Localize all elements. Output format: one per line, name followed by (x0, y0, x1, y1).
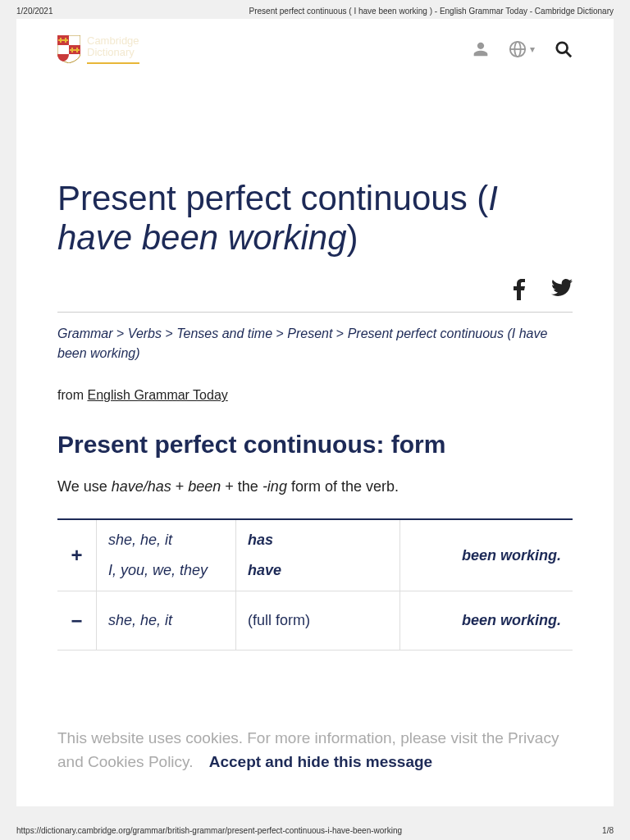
breadcrumb-item[interactable]: Tenses and time (176, 326, 272, 340)
grammar-table: + she, he, it I, you, we, they has have … (57, 518, 573, 651)
table-row: − she, he, it (full form) been working. (57, 591, 573, 651)
cookie-banner: This website uses cookies. For more info… (57, 727, 573, 774)
print-footer: https://dictionary.cambridge.org/grammar… (16, 826, 614, 835)
print-header: 1/20/2021 Present perfect continuous ( I… (0, 0, 630, 19)
logo-text: Cambridge Dictionary (87, 35, 139, 64)
pronouns-cell: she, he, it (97, 591, 236, 650)
topbar-icons: ▾ (472, 40, 573, 58)
print-url: https://dictionary.cambridge.org/grammar… (16, 826, 402, 835)
svg-line-14 (566, 52, 571, 57)
svg-rect-9 (75, 49, 80, 51)
breadcrumb-item[interactable]: Grammar (57, 326, 113, 340)
section-heading: Present perfect continuous: form (57, 431, 573, 459)
chevron-down-icon: ▾ (530, 43, 535, 55)
topbar: Cambridge Dictionary ▾ (57, 19, 573, 72)
from-line: from English Grammar Today (57, 388, 573, 403)
globe-icon (509, 40, 527, 58)
print-page: 1/8 (602, 826, 614, 835)
aux-cell: (full form) (236, 591, 400, 650)
svg-rect-5 (63, 39, 68, 41)
verb-cell: been working. (400, 591, 573, 650)
cookie-accept-button[interactable]: Accept and hide this message (209, 753, 432, 770)
svg-point-13 (557, 43, 568, 53)
social-bar (57, 279, 573, 313)
breadcrumb-item[interactable]: Present (287, 326, 332, 340)
sign-cell: + (57, 520, 97, 591)
sign-cell: − (57, 591, 97, 650)
search-icon[interactable] (555, 40, 573, 58)
svg-rect-7 (70, 49, 75, 51)
page-title: Present perfect continuous (I have been … (57, 179, 573, 258)
svg-rect-3 (58, 39, 63, 41)
table-row: + she, he, it I, you, we, they has have … (57, 520, 573, 591)
logo[interactable]: Cambridge Dictionary (57, 35, 139, 64)
page-container: Cambridge Dictionary ▾ Present (16, 19, 614, 806)
verb-cell: been working. (400, 520, 573, 591)
cambridge-shield-icon (57, 35, 80, 63)
breadcrumb: Grammar > Verbs > Tenses and time > Pres… (57, 324, 573, 363)
twitter-icon[interactable] (551, 279, 573, 297)
breadcrumb-item[interactable]: Verbs (128, 326, 162, 340)
language-selector[interactable]: ▾ (509, 40, 535, 58)
aux-cell: has have (236, 520, 400, 591)
from-link[interactable]: English Grammar Today (87, 388, 227, 402)
user-icon[interactable] (472, 41, 489, 57)
usage-line: We use have/has + been + the -ing form o… (57, 478, 573, 495)
facebook-icon[interactable] (514, 279, 525, 300)
print-date: 1/20/2021 (16, 7, 53, 16)
print-title: Present perfect continuous ( I have been… (249, 7, 614, 16)
pronouns-cell: she, he, it I, you, we, they (97, 520, 236, 591)
